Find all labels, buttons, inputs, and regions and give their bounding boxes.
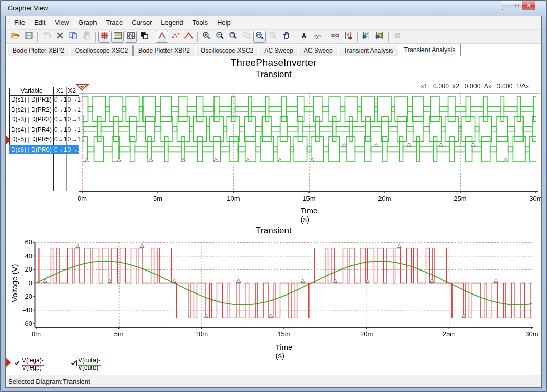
- tab-bode-plotter-xbp2-0[interactable]: Bode Plotter-XBP2: [8, 45, 69, 56]
- bottom-ytick--20: -20: [17, 292, 32, 300]
- overlay-traces-button[interactable]: [329, 31, 341, 43]
- top-xtick-30m: 30m: [529, 194, 541, 202]
- zoom-out-button[interactable]: [213, 31, 226, 43]
- save-button[interactable]: [22, 31, 35, 43]
- tab-ac-sweep-4[interactable]: AC Sweep: [259, 45, 298, 56]
- top-xtick-15m: 15m: [302, 194, 315, 202]
- toolbar-separator: [95, 32, 96, 42]
- legend-checkbox-1[interactable]: [14, 360, 20, 366]
- chart-title: ThreePhaseInverter: [6, 57, 541, 68]
- zoom-area-button[interactable]: [227, 31, 239, 43]
- menu-view[interactable]: View: [50, 17, 74, 28]
- export-excel-button[interactable]: [360, 31, 372, 43]
- bottom-chart-title: Transient: [6, 226, 541, 236]
- trace-line-dot-style-button[interactable]: [182, 31, 195, 43]
- svg-text:A: A: [301, 32, 306, 40]
- trace-row-variable-6[interactable]: D(s6) | D(PR6): [11, 146, 52, 153]
- grid-icon: [100, 31, 109, 42]
- bottom-xtick-25m: 25m: [443, 330, 456, 338]
- show-cursors-button[interactable]: [125, 31, 137, 43]
- black-white-icon: [140, 31, 149, 42]
- copy-button[interactable]: [67, 31, 79, 43]
- zoom-graph-icon: [242, 31, 251, 42]
- toolbar-separator: [295, 32, 295, 42]
- tab-ac-sweep-5[interactable]: AC Sweep: [299, 45, 338, 56]
- trace-dot-style-button[interactable]: [169, 31, 181, 43]
- show-grid-button[interactable]: [98, 31, 110, 43]
- top-xtick-5m: 5m: [153, 194, 162, 202]
- trace-properties-button[interactable]: ‹y›: [311, 31, 323, 43]
- tab-bode-plotter-xbp2-2[interactable]: Bode Plotter-XBP2: [133, 45, 195, 56]
- open-icon: [11, 31, 20, 42]
- trace-props-icon: ‹y›: [313, 31, 322, 42]
- toolbar-separator: [37, 32, 38, 42]
- save-icon: [25, 31, 33, 42]
- menu-bar: FileEditViewGraphTraceCursorLegendToolsH…: [6, 16, 541, 30]
- delete-button[interactable]: [54, 31, 66, 43]
- trace-row-x2-1: 0→1: [68, 96, 81, 103]
- tab-oscilloscope-xsc2-1[interactable]: Oscilloscope-XSC2: [70, 45, 133, 56]
- bottom-xtick-30m: 30m: [525, 330, 538, 338]
- trace-row-variable-3[interactable]: D(s3) | D(PR3): [11, 116, 52, 123]
- minimize-button[interactable]: —: [502, 1, 512, 10]
- trace-row-variable-4[interactable]: D(s4) | D(PR4): [11, 126, 52, 133]
- menu-help[interactable]: Help: [212, 17, 235, 28]
- menu-legend[interactable]: Legend: [156, 17, 187, 28]
- maximize-button[interactable]: □: [512, 1, 522, 10]
- menu-file[interactable]: File: [10, 17, 30, 28]
- trace-row-x1-2: 0→1: [54, 106, 67, 113]
- charts-canvas[interactable]: [6, 56, 541, 375]
- toolbar-separator: [326, 32, 326, 42]
- status-bar: Selected Diagram:Transient: [6, 375, 541, 387]
- legend-color-sample-2: [79, 365, 101, 366]
- cursor-readout: x1:0.000x2:0.000Δx:0.0001/Δx:: [417, 83, 534, 90]
- trace-row-x2-5: 0→1: [68, 136, 81, 143]
- zoom-graph-button: [240, 31, 252, 43]
- svg-text:‹y›: ‹y›: [314, 32, 321, 39]
- show-legend-button[interactable]: [111, 31, 124, 43]
- title-bar[interactable]: Grapher View — □ ✕: [1, 1, 546, 16]
- tab-transient-analysis-7[interactable]: Transient Analysis: [399, 44, 461, 56]
- grapher-view-window: Grapher View — □ ✕ FileEditViewGraphTrac…: [0, 0, 547, 392]
- tab-transient-analysis-6[interactable]: Transient Analysis: [339, 45, 398, 56]
- trace-line-style-button[interactable]: [156, 31, 168, 43]
- trace-row-variable-2[interactable]: D(s2) | D(PR2): [11, 106, 52, 113]
- close-button[interactable]: ✕: [522, 1, 535, 10]
- add-text-button[interactable]: A: [298, 31, 310, 43]
- legend-checkbox-2[interactable]: [70, 360, 77, 366]
- zoom-in-button[interactable]: [200, 31, 212, 43]
- export-graph-button[interactable]: [342, 31, 354, 43]
- trace-row-x1-1: 0→1: [54, 96, 67, 103]
- pan-button[interactable]: [280, 31, 292, 43]
- window-title: Grapher View: [8, 4, 48, 12]
- zoom-area-icon: [229, 31, 237, 42]
- trace-row-variable-5[interactable]: D(s5) | D(PR5): [11, 136, 52, 143]
- cursor-readout-value: 0.000: [497, 83, 513, 90]
- legend-label-1: V(lega)-V(legb): [22, 357, 44, 371]
- bottom-ytick-20: 20: [17, 265, 32, 273]
- trace-row-x1-4: 0→1: [54, 126, 67, 133]
- tab-oscilloscope-xsc2-3[interactable]: Oscilloscope-XSC2: [196, 45, 258, 56]
- bottom-ytick--40: -40: [17, 306, 32, 314]
- export-labview-button[interactable]: [373, 31, 386, 43]
- open-button[interactable]: [9, 31, 21, 43]
- trace-row-x2-3: 0→1: [68, 116, 81, 123]
- black-white-view-button[interactable]: [138, 31, 150, 43]
- bottom-xtick-0m: 0m: [32, 330, 41, 338]
- toolbar: A‹y›: [6, 30, 541, 44]
- menu-trace[interactable]: Trace: [101, 17, 127, 28]
- client-area: FileEditViewGraphTraceCursorLegendToolsH…: [5, 16, 542, 388]
- table-header-x1: X1: [53, 87, 67, 94]
- pan-icon: [282, 31, 291, 42]
- chart-subtitle: Transient: [6, 69, 541, 80]
- toolbar-separator: [197, 32, 198, 42]
- trace-row-x2-6: 0→1: [68, 146, 81, 153]
- menu-graph[interactable]: Graph: [74, 17, 101, 28]
- menu-edit[interactable]: Edit: [30, 17, 50, 28]
- zoom-fit-button[interactable]: [253, 31, 266, 43]
- trace-row-variable-1[interactable]: D(s1) | D(PR1): [11, 96, 52, 103]
- overlay-icon: [331, 31, 340, 42]
- top-xtick-20m: 20m: [378, 194, 391, 202]
- menu-tools[interactable]: Tools: [188, 17, 212, 28]
- menu-cursor[interactable]: Cursor: [127, 17, 156, 28]
